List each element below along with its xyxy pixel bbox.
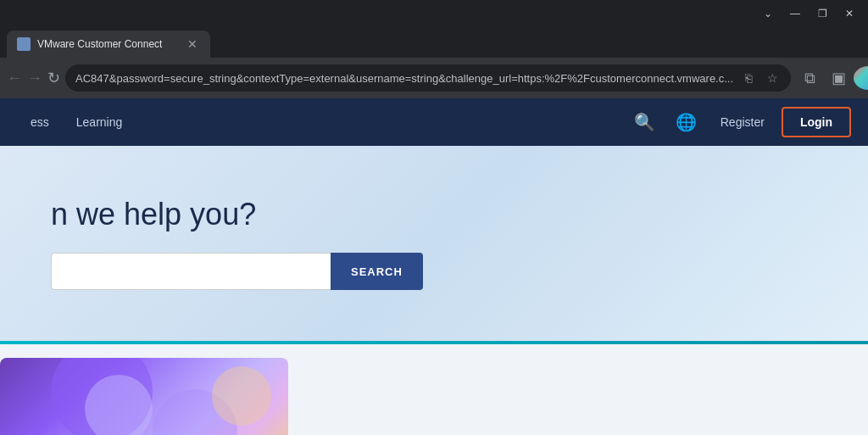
content-area [0, 344, 868, 435]
address-bar-row: ← → ↻ AC847&password=secure_string&conte… [0, 58, 868, 98]
login-button[interactable]: Login [782, 107, 851, 137]
extensions-puzzle-icon[interactable]: ⧉ [796, 64, 823, 92]
search-input[interactable] [51, 253, 331, 290]
profile-icon[interactable] [854, 66, 868, 90]
site-search-icon[interactable]: 🔍 [627, 105, 662, 139]
reload-btn[interactable]: ↻ [47, 64, 60, 92]
tab-bar: VMware Customer Connect ✕ [0, 27, 868, 58]
address-bar[interactable]: AC847&password=secure_string&contextType… [65, 64, 791, 92]
nav-item-learning[interactable]: Learning [63, 109, 136, 136]
minimize-btn[interactable]: — [783, 4, 807, 23]
nav-item-ess[interactable]: ess [17, 109, 63, 136]
colorful-card [0, 358, 288, 435]
tab-title: VMware Customer Connect [37, 38, 178, 50]
bookmark-icon[interactable]: ☆ [764, 70, 781, 86]
search-button[interactable]: SEARCH [331, 253, 423, 290]
hero-section: n we help you? SEARCH [0, 146, 868, 341]
site-globe-icon[interactable]: 🌐 [669, 105, 704, 139]
chevron-down-btn[interactable]: ⌄ [756, 4, 780, 23]
close-btn[interactable]: ✕ [837, 4, 861, 23]
sidebar-toggle-icon[interactable]: ▣ [825, 64, 852, 92]
tab-favicon [17, 37, 31, 51]
hero-title: n we help you? [51, 197, 423, 232]
browser-tab[interactable]: VMware Customer Connect ✕ [7, 31, 210, 58]
search-row: SEARCH [51, 253, 423, 290]
tab-close-btn[interactable]: ✕ [185, 36, 200, 52]
share-icon[interactable]: ⎗ [740, 70, 757, 86]
back-btn[interactable]: ← [7, 64, 22, 92]
nav-left: ess Learning [17, 109, 627, 136]
title-bar: ⌄ — ❐ ✕ [0, 0, 868, 27]
maximize-btn[interactable]: ❐ [810, 4, 834, 23]
nav-right: 🔍 🌐 Register Login [627, 105, 851, 139]
forward-btn[interactable]: → [27, 64, 42, 92]
url-text: AC847&password=secure_string&contextType… [75, 72, 733, 85]
register-button[interactable]: Register [710, 109, 775, 136]
hero-content: n we help you? SEARCH [51, 197, 423, 290]
extensions-area: ⧉ ▣ ⋮ [796, 64, 868, 92]
site-navbar: ess Learning 🔍 🌐 Register Login [0, 98, 868, 146]
